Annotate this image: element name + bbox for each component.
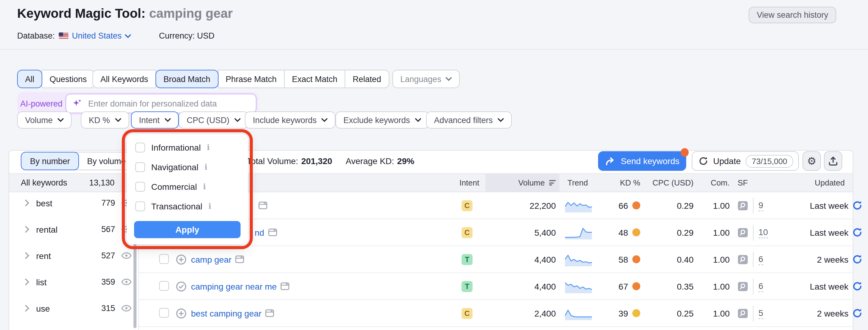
- updated-value: Last week: [810, 201, 848, 210]
- match-type-tabs-group: All KeywordsBroad MatchPhrase MatchExact…: [92, 70, 389, 88]
- row-checkbox[interactable]: [159, 308, 169, 318]
- column-header-sf[interactable]: SF: [738, 174, 748, 192]
- added-keyword-icon[interactable]: [176, 273, 187, 299]
- tab-questions[interactable]: Questions: [42, 70, 95, 88]
- info-icon[interactable]: i: [207, 143, 210, 152]
- column-header-kd[interactable]: KD %: [600, 174, 640, 192]
- chevron-right-icon[interactable]: [25, 200, 29, 206]
- filter-chip-advanced-filters[interactable]: Advanced filters: [426, 112, 512, 128]
- chevron-right-icon[interactable]: [25, 252, 29, 259]
- filter-chip-kd[interactable]: KD %: [81, 112, 129, 128]
- settings-button[interactable]: ⚙: [803, 151, 821, 171]
- sf-count[interactable]: 6: [758, 281, 763, 292]
- apply-button[interactable]: Apply: [134, 221, 241, 238]
- trend-sparkline: [565, 300, 592, 326]
- refresh-metrics-icon[interactable]: [852, 308, 863, 318]
- tab-broad-match[interactable]: Broad Match: [155, 70, 218, 88]
- refresh-metrics-icon[interactable]: [852, 227, 863, 238]
- serp-preview-icon[interactable]: [738, 201, 748, 210]
- notification-dot: [681, 148, 689, 157]
- serp-window-icon[interactable]: [268, 228, 277, 237]
- refresh-metrics-icon[interactable]: [852, 200, 863, 211]
- refresh-metrics-icon[interactable]: [852, 281, 863, 292]
- intent-checkbox[interactable]: [135, 143, 145, 152]
- column-header-updated[interactable]: Updated: [771, 174, 845, 192]
- keyword-link[interactable]: camp gear: [191, 254, 231, 264]
- send-keywords-button[interactable]: Send keywords: [598, 151, 686, 171]
- chevron-right-icon[interactable]: [25, 226, 29, 233]
- serp-window-icon[interactable]: [265, 308, 274, 318]
- tab-all[interactable]: All: [17, 70, 42, 88]
- chevron-down-icon: [415, 118, 421, 122]
- tab-related[interactable]: Related: [345, 70, 389, 88]
- update-button[interactable]: Update 73/15,000: [692, 151, 799, 171]
- sf-count[interactable]: 9: [758, 200, 763, 211]
- filter-chip-exclude-keywords[interactable]: Exclude keywords: [336, 112, 429, 128]
- refresh-metrics-icon[interactable]: [852, 254, 863, 265]
- column-header-intent[interactable]: Intent: [429, 174, 479, 192]
- chevron-down-icon: [165, 118, 171, 122]
- sidebar-group-list[interactable]: list 359: [9, 269, 138, 295]
- tab-all-keywords[interactable]: All Keywords: [92, 70, 156, 88]
- column-header-trend[interactable]: Trend: [567, 174, 588, 192]
- all-keywords-label[interactable]: All keywords: [21, 178, 67, 187]
- chevron-right-icon[interactable]: [25, 278, 29, 285]
- eye-icon[interactable]: [121, 252, 132, 259]
- refresh-icon: [699, 156, 708, 166]
- serp-preview-icon[interactable]: [738, 308, 748, 318]
- view-tab-by-number[interactable]: By number: [21, 152, 79, 170]
- eye-icon[interactable]: [121, 305, 132, 312]
- kd-value: 48: [619, 228, 628, 237]
- sf-count[interactable]: 5: [758, 308, 763, 319]
- info-icon[interactable]: i: [205, 163, 207, 172]
- sf-count[interactable]: 6: [758, 254, 763, 265]
- chevron-right-icon[interactable]: [25, 305, 29, 312]
- intent-option-navigational[interactable]: Navigational i: [127, 157, 248, 177]
- filter-chip-intent[interactable]: Intent: [131, 112, 179, 128]
- languages-dropdown[interactable]: Languages: [392, 70, 460, 88]
- keyword-link[interactable]: best camping gear: [191, 308, 261, 318]
- domain-input[interactable]: [87, 98, 250, 109]
- sidebar-group-rental[interactable]: rental 567: [9, 216, 138, 242]
- kd-indicator: [632, 255, 640, 263]
- view-tab-by-volume[interactable]: By volume: [79, 152, 134, 170]
- sidebar-group-best[interactable]: best 779: [9, 190, 138, 216]
- intent-checkbox[interactable]: [135, 182, 145, 192]
- add-keyword-icon[interactable]: [176, 246, 187, 272]
- info-icon[interactable]: i: [209, 202, 211, 211]
- row-checkbox[interactable]: [159, 281, 169, 291]
- sf-count[interactable]: 10: [758, 227, 768, 238]
- keyword-link[interactable]: camping gear near me: [191, 281, 277, 291]
- intent-checkbox[interactable]: [135, 202, 145, 211]
- serp-preview-icon[interactable]: [738, 281, 748, 291]
- serp-preview-icon[interactable]: [738, 228, 748, 237]
- serp-preview-icon[interactable]: [738, 254, 748, 264]
- sidebar-group-use[interactable]: use 315: [9, 295, 138, 322]
- database-select[interactable]: United States: [72, 31, 131, 40]
- chevron-down-icon: [115, 118, 121, 122]
- sidebar-group-rent[interactable]: rent 527: [9, 242, 138, 269]
- intent-option-informational[interactable]: Informational i: [127, 138, 248, 157]
- total-volume: Total Volume:201,320: [247, 156, 332, 166]
- column-header-volume[interactable]: Volume: [486, 174, 559, 192]
- row-checkbox[interactable]: [159, 254, 169, 264]
- serp-window-icon[interactable]: [280, 282, 289, 291]
- info-icon[interactable]: i: [203, 182, 206, 191]
- filter-chip-include-keywords[interactable]: Include keywords: [245, 112, 336, 128]
- serp-window-icon[interactable]: [258, 201, 268, 210]
- export-button[interactable]: [824, 151, 842, 171]
- serp-window-icon[interactable]: [235, 255, 244, 264]
- filter-chip-volume[interactable]: Volume: [17, 112, 72, 128]
- intent-option-transactional[interactable]: Transactional i: [127, 197, 248, 216]
- intent-checkbox[interactable]: [135, 162, 145, 172]
- column-header-com[interactable]: Com.: [686, 174, 730, 192]
- tab-exact-match[interactable]: Exact Match: [284, 70, 345, 88]
- view-search-history-button[interactable]: View search history: [749, 7, 836, 23]
- filter-chip-cpc-usd[interactable]: CPC (USD): [179, 112, 249, 128]
- updated-value: Last week: [810, 228, 848, 237]
- eye-icon[interactable]: [121, 278, 132, 285]
- tab-phrase-match[interactable]: Phrase Match: [218, 70, 285, 88]
- keyword-link[interactable]: nd: [255, 228, 264, 237]
- add-keyword-icon[interactable]: [176, 300, 187, 326]
- intent-option-commercial[interactable]: Commercial i: [127, 177, 248, 197]
